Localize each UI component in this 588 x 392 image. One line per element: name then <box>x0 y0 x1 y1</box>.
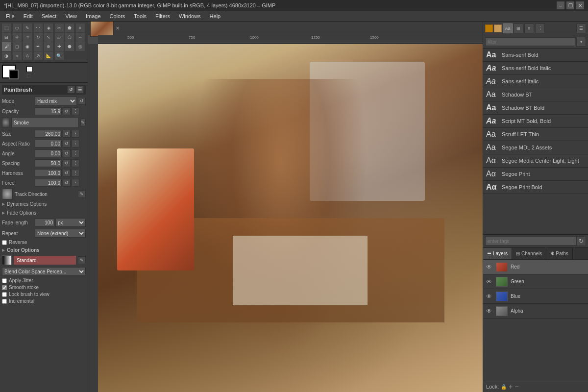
spacing-input[interactable]: 50,0 <box>35 159 62 167</box>
layer-visibility-icon[interactable]: 👁 <box>486 293 493 300</box>
tool-rotate[interactable]: ↻ <box>34 33 43 42</box>
size-reset[interactable]: ↺ <box>63 130 71 138</box>
opacity-reset[interactable]: ↺ <box>63 107 71 115</box>
canvas-scroll[interactable] <box>98 44 483 392</box>
aspect-menu[interactable]: ⋮ <box>72 140 79 147</box>
angle-reset[interactable]: ↺ <box>63 149 71 157</box>
tab-layers[interactable]: ☰ Layers <box>483 248 512 259</box>
tool-ellipse-select[interactable]: ⬭ <box>13 24 22 32</box>
layer-visibility-icon[interactable]: 👁 <box>486 264 493 270</box>
tool-fuzzy-select[interactable]: ⋯ <box>34 24 43 32</box>
tool-free-select[interactable]: ✎ <box>23 24 32 32</box>
font-tool-color1[interactable] <box>485 24 493 32</box>
tool-heal[interactable]: ✚ <box>55 42 64 51</box>
hardness-menu[interactable]: ⋮ <box>72 169 79 177</box>
smooth-stroke-checkbox[interactable] <box>2 285 7 290</box>
tool-text[interactable]: A <box>23 51 32 60</box>
size-input[interactable]: 260,00 <box>35 130 62 138</box>
font-filter-menu[interactable]: ▾ <box>576 37 586 47</box>
image-thumbnail[interactable] <box>90 22 114 37</box>
tool-shear[interactable]: ▱ <box>55 33 64 42</box>
tool-perspective[interactable]: ⬡ <box>65 33 74 42</box>
maximize-button[interactable]: ❐ <box>566 1 574 9</box>
font-list-item[interactable]: Aα Segoe Print Bold <box>483 181 588 194</box>
minimize-button[interactable]: – <box>557 1 564 9</box>
aspect-reset[interactable]: ↺ <box>63 140 71 147</box>
font-list-item[interactable]: Aα Segoe Media Center Light, Light <box>483 154 588 168</box>
tool-foreground-select[interactable]: ⬟ <box>65 24 74 32</box>
tool-scale[interactable]: ⤡ <box>44 33 53 42</box>
tab-paths[interactable]: ✱ Paths <box>546 248 573 259</box>
font-filter-input[interactable] <box>485 37 575 46</box>
force-reset[interactable]: ↺ <box>63 179 71 187</box>
hardness-input[interactable]: 100,0 <box>35 169 62 177</box>
menu-select[interactable]: Select <box>38 12 61 20</box>
tool-flip[interactable]: ↔ <box>76 33 85 42</box>
tool-perspective-clone[interactable]: ⬣ <box>65 42 74 51</box>
font-tool-icon3[interactable]: ⋮ <box>535 24 545 33</box>
tool-paintbrush[interactable]: 🖌 <box>2 42 11 51</box>
tool-measure[interactable]: 📐 <box>44 51 53 60</box>
tool-zoom[interactable]: 🔍 <box>55 51 64 60</box>
menu-edit[interactable]: Edit <box>20 12 37 20</box>
menu-tools[interactable]: Tools <box>130 12 150 20</box>
layer-item[interactable]: 👁 Alpha <box>483 304 588 318</box>
tool-paths[interactable]: ⌗ <box>76 24 85 32</box>
menu-image[interactable]: Image <box>82 12 105 20</box>
tool-options-reset[interactable]: ↺ <box>67 86 75 94</box>
tool-color-picker[interactable]: ⊘ <box>34 51 43 60</box>
tool-blur[interactable]: ◎ <box>76 42 85 51</box>
menu-view[interactable]: View <box>61 12 81 20</box>
layer-item[interactable]: 👁 Green <box>483 274 588 289</box>
font-tool-color2[interactable] <box>494 24 502 32</box>
menu-windows[interactable]: Windows <box>175 12 205 20</box>
force-input[interactable]: 100,0 <box>35 179 62 187</box>
menu-help[interactable]: Help <box>206 12 225 20</box>
fade-unit-select[interactable]: px <box>55 218 86 227</box>
tool-options-menu[interactable]: ☰ <box>76 86 84 94</box>
force-menu[interactable]: ⋮ <box>72 179 79 187</box>
tool-clone[interactable]: ⊕ <box>44 42 53 51</box>
hardness-reset[interactable]: ↺ <box>63 169 71 177</box>
tool-move[interactable]: ✛ <box>13 33 22 42</box>
repeat-select[interactable]: None (extend) <box>35 229 86 238</box>
font-list-item[interactable]: Aa Schadow BT Bold <box>483 101 588 115</box>
angle-input[interactable]: 0,00 <box>35 149 62 157</box>
menu-file[interactable]: File <box>2 12 19 20</box>
refresh-btn[interactable]: ↻ <box>576 236 586 246</box>
swap-colors-btn[interactable]: ↕ <box>26 66 32 72</box>
tool-rect-select[interactable]: ⬚ <box>2 24 11 32</box>
tab-channels[interactable]: ⊞ Channels <box>512 248 546 259</box>
opacity-menu[interactable]: ⋮ <box>72 107 79 115</box>
menu-colors[interactable]: Colors <box>106 12 129 20</box>
tool-ink[interactable]: ✒ <box>34 42 43 51</box>
font-panel-menu[interactable]: ☰ <box>576 24 586 33</box>
font-tool-icon2[interactable]: ≡ <box>524 24 534 33</box>
tags-input[interactable] <box>485 237 576 245</box>
tool-airbrush[interactable]: ◉ <box>23 42 32 51</box>
tool-smudge[interactable]: ≈ <box>13 51 22 60</box>
font-tool-icon1[interactable]: ⊞ <box>514 24 523 33</box>
spacing-menu[interactable]: ⋮ <box>72 159 79 167</box>
tool-select-by-color[interactable]: ◈ <box>44 24 53 32</box>
font-list-item[interactable]: Aa Scruff LET Thin <box>483 128 588 141</box>
opacity-input[interactable]: 15,9 <box>35 107 62 115</box>
thumbnail-close-btn[interactable]: ✕ <box>116 25 120 31</box>
fade-length-input[interactable]: 100 <box>35 219 54 226</box>
font-list-item[interactable]: Aa Schadow BT <box>483 88 588 101</box>
size-menu[interactable]: ⋮ <box>72 130 79 138</box>
dynamics-edit[interactable]: ✎ <box>78 190 86 198</box>
menu-filters[interactable]: Filters <box>151 12 174 20</box>
lock-brush-checkbox[interactable] <box>2 292 7 297</box>
background-color[interactable] <box>9 70 19 79</box>
angle-menu[interactable]: ⋮ <box>72 149 79 157</box>
add-channel-mask-btn[interactable]: + <box>509 383 513 391</box>
delete-layer-btn[interactable]: − <box>514 383 518 391</box>
blend-select[interactable]: Blend Color Space Percep... <box>2 267 86 276</box>
font-list-item[interactable]: Aα Segoe Print <box>483 168 588 181</box>
reset-colors-btn[interactable]: ⬚ <box>26 73 32 79</box>
layer-item[interactable]: 👁 Blue <box>483 289 588 304</box>
aspect-input[interactable]: 0,00 <box>35 140 62 147</box>
gradient-edit[interactable]: ✎ <box>78 256 86 264</box>
close-button[interactable]: ✕ <box>576 1 584 9</box>
